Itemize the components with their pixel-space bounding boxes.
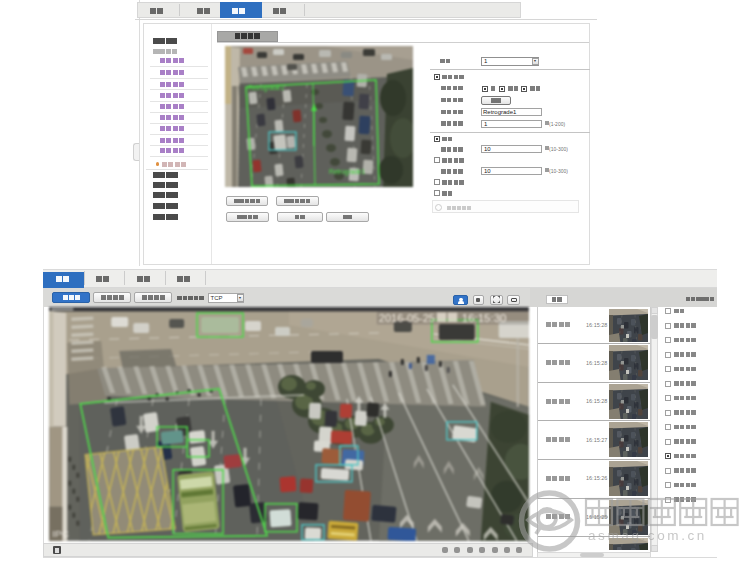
svg-text:Retrograde1: Retrograde1 [248, 84, 284, 92]
svg-text:IPC: IPC [52, 528, 69, 539]
svg-text:2016-05-25: 2016-05-25 [378, 312, 434, 324]
svg-text:16:15:30: 16:15:30 [461, 312, 506, 324]
svg-text:Retrograde1: Retrograde1 [329, 168, 365, 176]
